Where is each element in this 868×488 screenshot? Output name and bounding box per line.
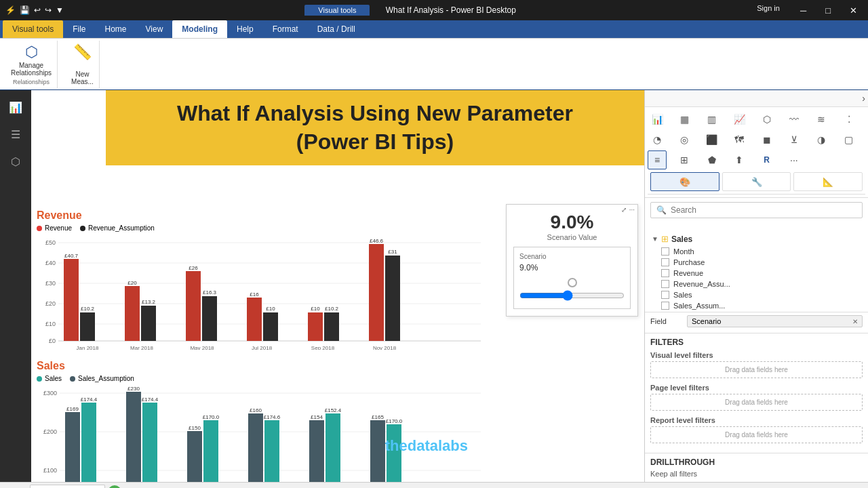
svg-text:Mar 2018: Mar 2018 [130, 345, 153, 350]
scenario-slider[interactable] [519, 290, 625, 301]
viz-icon-bar[interactable]: 📊 [648, 110, 667, 129]
viz-icon-donut[interactable]: ◎ [675, 130, 694, 149]
sales-dot [37, 376, 42, 382]
search-input[interactable] [671, 205, 856, 215]
maximize-btn[interactable]: □ [820, 4, 836, 17]
sales-legend-label: Sales [45, 375, 62, 382]
viz-icon-matrix[interactable]: ⬟ [703, 150, 722, 169]
field-revenue[interactable]: Revenue [650, 268, 863, 279]
sign-in-btn[interactable]: Sign in [757, 4, 780, 17]
scenario-more-icon[interactable]: ··· [629, 206, 635, 214]
report-level-drop-zone[interactable]: Drag data fields here [650, 426, 863, 443]
viz-icon-kpi[interactable]: ⬆ [730, 150, 749, 169]
field-revenue-label: Revenue [673, 269, 703, 277]
tab-format[interactable]: Format [263, 20, 308, 38]
svg-rect-62 [203, 420, 218, 482]
tab-file[interactable]: File [63, 20, 95, 38]
viz-icon-scatter[interactable]: ⁚ [840, 110, 859, 129]
new-measure-label: NewMeas... [71, 70, 94, 85]
svg-rect-65 [248, 413, 263, 482]
scenario-slider-handle[interactable] [568, 278, 577, 287]
svg-text:£170.0: £170.0 [386, 418, 403, 424]
tab-visual-tools[interactable]: Visual tools [3, 20, 63, 38]
viz-icon-line[interactable]: 📈 [730, 110, 749, 129]
sidebar-model-view[interactable]: ⬡ [4, 150, 27, 173]
close-btn[interactable]: ✕ [844, 4, 863, 17]
field-revenue-assu-checkbox[interactable] [661, 280, 669, 288]
field-month-checkbox[interactable] [661, 247, 669, 256]
visual-level-drop-zone[interactable]: Drag data fields here [650, 361, 863, 378]
viz-fields-btn[interactable]: 📐 [793, 172, 863, 191]
viz-icon-pie[interactable]: ◔ [648, 130, 667, 149]
field-sales-assum-checkbox[interactable] [661, 302, 669, 310]
field-revenue-checkbox[interactable] [661, 269, 669, 277]
field-sales-checkbox[interactable] [661, 291, 669, 299]
viz-icon-area[interactable]: ⬡ [757, 110, 776, 129]
viz-icon-treemap[interactable]: ⬛ [703, 130, 722, 149]
field-month[interactable]: Month [650, 246, 863, 257]
viz-icon-waterfall[interactable]: ≋ [812, 110, 831, 129]
scenario-widget-icons: ⤢ ··· [621, 206, 635, 214]
sidebar-data-view[interactable]: ☰ [4, 123, 27, 146]
revenue-legend-item: Revenue [37, 224, 72, 232]
panel-collapse-btn[interactable]: › [862, 93, 865, 104]
minimize-btn[interactable]: ─ [795, 4, 812, 17]
redo-btn[interactable]: ↪ [45, 5, 52, 15]
drillthrough-section: DRILLTHROUGH Keep all filters [645, 453, 868, 482]
field-purchase[interactable]: Purchase [650, 257, 863, 268]
undo-btn[interactable]: ↩ [34, 5, 41, 15]
svg-text:£30: £30 [45, 280, 56, 287]
svg-text:£169: £169 [66, 406, 79, 412]
add-tab-btn[interactable]: + [108, 485, 121, 489]
sales-chart-title: Sales [37, 360, 494, 372]
viz-icon-gauge[interactable]: ◑ [812, 130, 831, 149]
viz-icon-r-visual[interactable]: R [757, 150, 776, 169]
scenario-label: Scenario Value [513, 233, 631, 241]
tab-home[interactable]: Home [96, 20, 136, 38]
scenario-expand-icon[interactable]: ⤢ [621, 206, 627, 214]
svg-rect-24 [202, 296, 217, 341]
field-well-value: Scenario ✕ [687, 315, 863, 327]
search-box: 🔍 [650, 202, 863, 218]
quick-save[interactable]: 💾 [20, 5, 30, 15]
sidebar-report-view[interactable]: 📊 [4, 96, 27, 119]
svg-text:Jul 2018: Jul 2018 [252, 345, 273, 350]
svg-text:£174.4: £174.4 [81, 396, 98, 403]
viz-icon-more[interactable]: ··· [785, 150, 804, 169]
svg-text:£50: £50 [45, 239, 56, 246]
viz-icon-stacked-bar[interactable]: ▦ [675, 110, 694, 129]
svg-rect-27 [247, 298, 262, 341]
new-measure-icon[interactable]: 📏 [73, 43, 92, 61]
viz-icon-slicer[interactable]: ≡ [648, 150, 667, 169]
viz-icon-funnel[interactable]: ⊻ [785, 130, 804, 149]
field-sales-assum[interactable]: Sales_Assum... [650, 300, 863, 311]
tab-help[interactable]: Help [227, 20, 263, 38]
manage-relationships-icon[interactable]: ⬡ [25, 43, 38, 61]
field-revenue-assu[interactable]: Revenue_Assu... [650, 279, 863, 289]
tab-what-if-analysis[interactable]: What If Analysis [30, 485, 105, 489]
field-group-sales-header[interactable]: ▼ ⊞ Sales [650, 232, 863, 246]
viz-icon-card[interactable]: ▢ [840, 130, 859, 149]
viz-icon-ribbon[interactable]: 〰 [785, 110, 804, 129]
viz-icon-100-bar[interactable]: ▥ [703, 110, 722, 129]
viz-analytics-btn[interactable]: 🔧 [722, 172, 791, 191]
filter-report-level: Report level filters Drag data fields he… [650, 416, 863, 443]
field-purchase-checkbox[interactable] [661, 258, 669, 266]
field-well-remove-btn[interactable]: ✕ [852, 318, 858, 325]
tab-data-drill[interactable]: Data / Drill [308, 20, 365, 38]
visual-level-title: Visual level filters [650, 351, 863, 359]
svg-text:May 2018: May 2018 [190, 345, 214, 350]
svg-text:£174.6: £174.6 [264, 414, 281, 420]
tab-modeling[interactable]: Modeling [172, 20, 227, 38]
viz-icon-map[interactable]: 🗺 [730, 130, 749, 149]
page-level-drop-zone[interactable]: Drag data fields here [650, 394, 863, 411]
viz-icon-filled-map[interactable]: ◼ [757, 130, 776, 149]
svg-text:£300: £300 [43, 390, 57, 396]
quick-access-arrow[interactable]: ▼ [56, 5, 64, 15]
sales-assumption-dot [70, 376, 75, 382]
drillthrough-title: DRILLTHROUGH [650, 458, 863, 467]
tab-view[interactable]: View [136, 20, 173, 38]
viz-format-btn[interactable]: 🎨 [650, 172, 719, 191]
viz-icon-table[interactable]: ⊞ [675, 150, 694, 169]
field-sales[interactable]: Sales [650, 289, 863, 300]
